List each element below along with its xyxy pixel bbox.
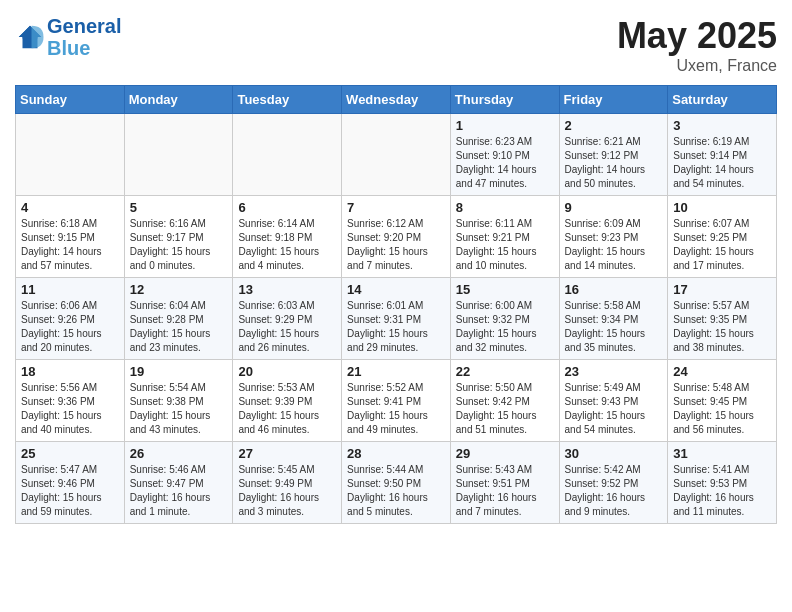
calendar-cell: 29Sunrise: 5:43 AMSunset: 9:51 PMDayligh… [450, 442, 559, 524]
day-info: Sunrise: 5:42 AMSunset: 9:52 PMDaylight:… [565, 463, 663, 519]
day-number: 28 [347, 446, 445, 461]
calendar-cell: 8Sunrise: 6:11 AMSunset: 9:21 PMDaylight… [450, 196, 559, 278]
day-info: Sunrise: 5:44 AMSunset: 9:50 PMDaylight:… [347, 463, 445, 519]
day-number: 31 [673, 446, 771, 461]
calendar-cell: 23Sunrise: 5:49 AMSunset: 9:43 PMDayligh… [559, 360, 668, 442]
day-info: Sunrise: 5:46 AMSunset: 9:47 PMDaylight:… [130, 463, 228, 519]
page-header: General Blue May 2025 Uxem, France [15, 15, 777, 75]
day-info: Sunrise: 5:57 AMSunset: 9:35 PMDaylight:… [673, 299, 771, 355]
calendar-cell: 12Sunrise: 6:04 AMSunset: 9:28 PMDayligh… [124, 278, 233, 360]
day-number: 5 [130, 200, 228, 215]
day-info: Sunrise: 5:54 AMSunset: 9:38 PMDaylight:… [130, 381, 228, 437]
day-info: Sunrise: 6:06 AMSunset: 9:26 PMDaylight:… [21, 299, 119, 355]
logo: General Blue [15, 15, 121, 59]
calendar-cell: 10Sunrise: 6:07 AMSunset: 9:25 PMDayligh… [668, 196, 777, 278]
day-info: Sunrise: 6:14 AMSunset: 9:18 PMDaylight:… [238, 217, 336, 273]
calendar-cell: 5Sunrise: 6:16 AMSunset: 9:17 PMDaylight… [124, 196, 233, 278]
calendar-cell: 3Sunrise: 6:19 AMSunset: 9:14 PMDaylight… [668, 114, 777, 196]
day-info: Sunrise: 6:21 AMSunset: 9:12 PMDaylight:… [565, 135, 663, 191]
day-number: 21 [347, 364, 445, 379]
calendar-cell [342, 114, 451, 196]
day-number: 7 [347, 200, 445, 215]
calendar-cell: 30Sunrise: 5:42 AMSunset: 9:52 PMDayligh… [559, 442, 668, 524]
calendar-table: SundayMondayTuesdayWednesdayThursdayFrid… [15, 85, 777, 524]
day-number: 9 [565, 200, 663, 215]
calendar-cell: 22Sunrise: 5:50 AMSunset: 9:42 PMDayligh… [450, 360, 559, 442]
calendar-cell: 6Sunrise: 6:14 AMSunset: 9:18 PMDaylight… [233, 196, 342, 278]
calendar-cell: 18Sunrise: 5:56 AMSunset: 9:36 PMDayligh… [16, 360, 125, 442]
day-info: Sunrise: 6:07 AMSunset: 9:25 PMDaylight:… [673, 217, 771, 273]
day-number: 24 [673, 364, 771, 379]
logo-text-blue: Blue [47, 37, 121, 59]
logo-text-general: General [47, 15, 121, 37]
calendar-week-row: 18Sunrise: 5:56 AMSunset: 9:36 PMDayligh… [16, 360, 777, 442]
day-info: Sunrise: 6:12 AMSunset: 9:20 PMDaylight:… [347, 217, 445, 273]
day-number: 1 [456, 118, 554, 133]
day-info: Sunrise: 5:41 AMSunset: 9:53 PMDaylight:… [673, 463, 771, 519]
day-number: 30 [565, 446, 663, 461]
calendar-cell: 9Sunrise: 6:09 AMSunset: 9:23 PMDaylight… [559, 196, 668, 278]
location-label: Uxem, France [617, 57, 777, 75]
day-number: 22 [456, 364, 554, 379]
calendar-cell [124, 114, 233, 196]
day-number: 16 [565, 282, 663, 297]
weekday-header-friday: Friday [559, 86, 668, 114]
calendar-body: 1Sunrise: 6:23 AMSunset: 9:10 PMDaylight… [16, 114, 777, 524]
day-number: 23 [565, 364, 663, 379]
title-block: May 2025 Uxem, France [617, 15, 777, 75]
weekday-header-wednesday: Wednesday [342, 86, 451, 114]
calendar-cell: 19Sunrise: 5:54 AMSunset: 9:38 PMDayligh… [124, 360, 233, 442]
day-number: 12 [130, 282, 228, 297]
day-number: 3 [673, 118, 771, 133]
day-number: 29 [456, 446, 554, 461]
day-info: Sunrise: 5:47 AMSunset: 9:46 PMDaylight:… [21, 463, 119, 519]
weekday-header-monday: Monday [124, 86, 233, 114]
weekday-header-saturday: Saturday [668, 86, 777, 114]
calendar-header: SundayMondayTuesdayWednesdayThursdayFrid… [16, 86, 777, 114]
day-number: 2 [565, 118, 663, 133]
day-number: 17 [673, 282, 771, 297]
day-info: Sunrise: 6:04 AMSunset: 9:28 PMDaylight:… [130, 299, 228, 355]
day-info: Sunrise: 6:09 AMSunset: 9:23 PMDaylight:… [565, 217, 663, 273]
calendar-cell: 4Sunrise: 6:18 AMSunset: 9:15 PMDaylight… [16, 196, 125, 278]
calendar-cell [16, 114, 125, 196]
day-number: 10 [673, 200, 771, 215]
day-info: Sunrise: 6:18 AMSunset: 9:15 PMDaylight:… [21, 217, 119, 273]
day-number: 15 [456, 282, 554, 297]
calendar-cell: 21Sunrise: 5:52 AMSunset: 9:41 PMDayligh… [342, 360, 451, 442]
calendar-cell: 27Sunrise: 5:45 AMSunset: 9:49 PMDayligh… [233, 442, 342, 524]
weekday-header-row: SundayMondayTuesdayWednesdayThursdayFrid… [16, 86, 777, 114]
calendar-cell: 16Sunrise: 5:58 AMSunset: 9:34 PMDayligh… [559, 278, 668, 360]
day-info: Sunrise: 5:56 AMSunset: 9:36 PMDaylight:… [21, 381, 119, 437]
day-info: Sunrise: 6:01 AMSunset: 9:31 PMDaylight:… [347, 299, 445, 355]
day-number: 20 [238, 364, 336, 379]
calendar-week-row: 1Sunrise: 6:23 AMSunset: 9:10 PMDaylight… [16, 114, 777, 196]
calendar-week-row: 4Sunrise: 6:18 AMSunset: 9:15 PMDaylight… [16, 196, 777, 278]
calendar-cell: 13Sunrise: 6:03 AMSunset: 9:29 PMDayligh… [233, 278, 342, 360]
day-info: Sunrise: 6:11 AMSunset: 9:21 PMDaylight:… [456, 217, 554, 273]
calendar-cell: 26Sunrise: 5:46 AMSunset: 9:47 PMDayligh… [124, 442, 233, 524]
day-info: Sunrise: 5:53 AMSunset: 9:39 PMDaylight:… [238, 381, 336, 437]
day-info: Sunrise: 5:49 AMSunset: 9:43 PMDaylight:… [565, 381, 663, 437]
calendar-cell: 24Sunrise: 5:48 AMSunset: 9:45 PMDayligh… [668, 360, 777, 442]
calendar-cell: 17Sunrise: 5:57 AMSunset: 9:35 PMDayligh… [668, 278, 777, 360]
calendar-week-row: 11Sunrise: 6:06 AMSunset: 9:26 PMDayligh… [16, 278, 777, 360]
calendar-cell: 15Sunrise: 6:00 AMSunset: 9:32 PMDayligh… [450, 278, 559, 360]
day-info: Sunrise: 6:23 AMSunset: 9:10 PMDaylight:… [456, 135, 554, 191]
calendar-cell: 25Sunrise: 5:47 AMSunset: 9:46 PMDayligh… [16, 442, 125, 524]
day-info: Sunrise: 6:03 AMSunset: 9:29 PMDaylight:… [238, 299, 336, 355]
day-info: Sunrise: 5:45 AMSunset: 9:49 PMDaylight:… [238, 463, 336, 519]
day-info: Sunrise: 5:48 AMSunset: 9:45 PMDaylight:… [673, 381, 771, 437]
weekday-header-tuesday: Tuesday [233, 86, 342, 114]
month-year-title: May 2025 [617, 15, 777, 57]
calendar-cell: 31Sunrise: 5:41 AMSunset: 9:53 PMDayligh… [668, 442, 777, 524]
weekday-header-thursday: Thursday [450, 86, 559, 114]
day-number: 11 [21, 282, 119, 297]
day-info: Sunrise: 6:16 AMSunset: 9:17 PMDaylight:… [130, 217, 228, 273]
day-info: Sunrise: 6:00 AMSunset: 9:32 PMDaylight:… [456, 299, 554, 355]
calendar-cell: 20Sunrise: 5:53 AMSunset: 9:39 PMDayligh… [233, 360, 342, 442]
day-number: 6 [238, 200, 336, 215]
day-number: 14 [347, 282, 445, 297]
day-number: 4 [21, 200, 119, 215]
day-info: Sunrise: 5:50 AMSunset: 9:42 PMDaylight:… [456, 381, 554, 437]
